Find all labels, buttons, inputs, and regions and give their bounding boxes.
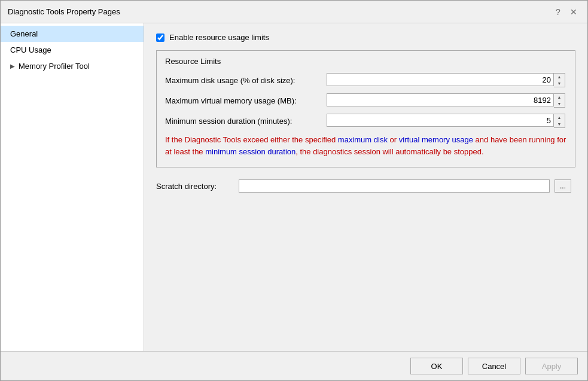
sidebar: General CPU Usage ▶ Memory Profiler Tool [1, 23, 144, 351]
max-virtual-spinner-buttons: ▲ ▼ [554, 93, 565, 108]
scratch-label: Scratch directory: [156, 182, 234, 191]
dialog-body: General CPU Usage ▶ Memory Profiler Tool… [1, 23, 587, 351]
scratch-directory-row: Scratch directory: ... [156, 179, 575, 193]
max-disk-input[interactable] [327, 73, 554, 86]
info-highlight-session: minimum session duration [205, 147, 295, 156]
info-text-after: , the diagnostics session will automatic… [295, 147, 483, 156]
scratch-input[interactable] [239, 179, 550, 193]
dialog-title: Diagnostic Tools Property Pages [8, 7, 120, 16]
min-session-down-button[interactable]: ▼ [554, 121, 565, 127]
sidebar-item-memory-profiler[interactable]: ▶ Memory Profiler Tool [1, 58, 144, 74]
apply-button[interactable]: Apply [525, 358, 578, 374]
browse-button[interactable]: ... [555, 179, 571, 193]
expand-icon: ▶ [10, 63, 15, 69]
sidebar-item-cpu-usage[interactable]: CPU Usage [1, 42, 144, 58]
min-session-spinner-buttons: ▲ ▼ [554, 114, 565, 128]
sidebar-item-general[interactable]: General [1, 26, 144, 42]
enable-limits-checkbox[interactable] [156, 33, 164, 42]
main-content: Enable resource usage limits Resource Li… [144, 23, 587, 351]
max-virtual-spinner: ▲ ▼ [327, 93, 565, 108]
sidebar-label-cpu: CPU Usage [10, 45, 51, 54]
title-bar-buttons: ? ✕ [552, 5, 580, 19]
max-virtual-up-button[interactable]: ▲ [554, 94, 565, 100]
max-disk-label: Maximum disk usage (% of disk size): [165, 76, 327, 85]
max-disk-row: Maximum disk usage (% of disk size): ▲ ▼ [165, 73, 566, 87]
info-text: If the Diagnostic Tools exceed either th… [165, 134, 566, 157]
enable-limits-label[interactable]: Enable resource usage limits [169, 33, 269, 42]
cancel-button[interactable]: Cancel [468, 358, 520, 374]
sidebar-label-memory: Memory Profiler Tool [19, 62, 90, 71]
min-session-row: Minimum session duration (minutes): ▲ ▼ [165, 114, 566, 128]
min-session-input[interactable] [327, 114, 554, 127]
max-virtual-down-button[interactable]: ▼ [554, 100, 565, 107]
enable-checkbox-row: Enable resource usage limits [156, 33, 575, 42]
max-disk-down-button[interactable]: ▼ [554, 80, 565, 87]
dialog-window: Diagnostic Tools Property Pages ? ✕ Gene… [0, 0, 588, 381]
dialog-footer: OK Cancel Apply [1, 351, 587, 380]
max-disk-up-button[interactable]: ▲ [554, 74, 565, 80]
ok-button[interactable]: OK [410, 358, 463, 374]
max-disk-spinner: ▲ ▼ [327, 73, 565, 87]
min-session-spinner: ▲ ▼ [327, 114, 565, 128]
group-label: Resource Limits [165, 57, 566, 66]
info-highlight-virtual: virtual memory usage [399, 135, 473, 144]
info-highlight-disk: maximum disk [338, 135, 388, 144]
close-button[interactable]: ✕ [567, 5, 580, 19]
max-virtual-row: Maximum virtual memory usage (MB): ▲ ▼ [165, 93, 566, 108]
max-disk-spinner-buttons: ▲ ▼ [554, 73, 565, 87]
max-virtual-label: Maximum virtual memory usage (MB): [165, 96, 327, 105]
min-session-label: Minimum session duration (minutes): [165, 117, 327, 126]
min-session-up-button[interactable]: ▲ [554, 114, 565, 121]
info-text-or: or [388, 135, 399, 144]
max-virtual-input[interactable] [327, 93, 554, 106]
help-button[interactable]: ? [552, 5, 565, 19]
sidebar-label-general: General [10, 29, 38, 38]
info-text-before: If the Diagnostic Tools exceed either th… [165, 135, 338, 144]
resource-limits-group: Resource Limits Maximum disk usage (% of… [156, 50, 575, 167]
title-bar: Diagnostic Tools Property Pages ? ✕ [1, 1, 587, 23]
